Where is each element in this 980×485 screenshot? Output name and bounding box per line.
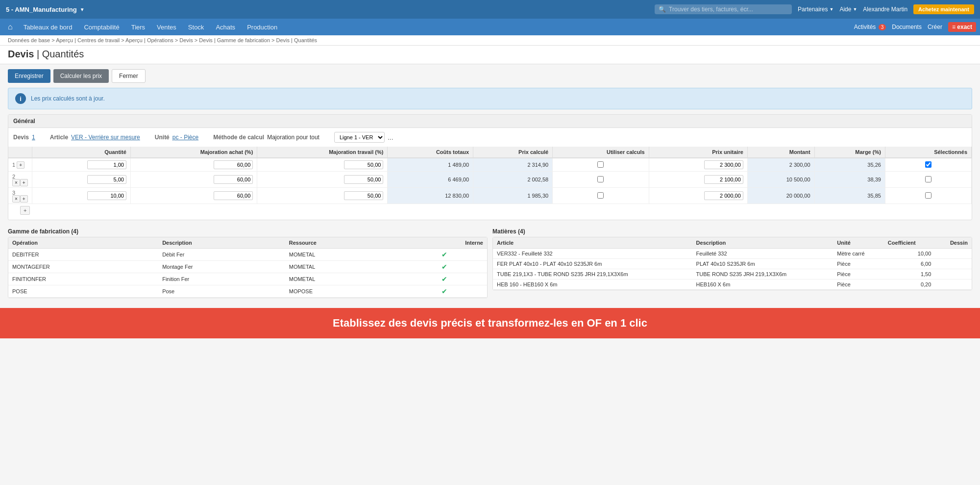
row-selected-0[interactable] <box>885 158 971 172</box>
gamme-row: MONTAGEFER Montage Fer MOMETAL ✔ <box>8 261 487 273</box>
gamme-interne-0: ✔ <box>402 249 487 261</box>
row-maj-travail-1[interactable] <box>257 172 388 188</box>
row-maj-achat-2[interactable] <box>130 188 257 204</box>
gamme-description-0: Débit Fer <box>158 249 285 261</box>
devis-value[interactable]: 1 <box>32 134 35 141</box>
nav-comptabilite[interactable]: Comptabilité <box>79 21 124 34</box>
add-row-icon-0[interactable]: + <box>17 161 24 169</box>
matieres-row: HEB 160 - HEB160 X 6m HEB160 X 6m Pièce … <box>493 280 972 290</box>
ligne-select[interactable]: Ligne 1 - VER <box>334 132 385 143</box>
row-maj-achat-1[interactable] <box>130 172 257 188</box>
create-link[interactable]: Créer <box>928 24 942 30</box>
row-num-0: 1 + <box>8 158 32 172</box>
row-prix-unit-2[interactable] <box>649 188 747 204</box>
activities-link[interactable]: Activités 3 <box>854 24 886 30</box>
global-search[interactable]: 🔍 <box>655 4 792 14</box>
nav-tableaux[interactable]: Tableaux de bord <box>19 21 77 34</box>
mat-unite-2: Pièce <box>833 269 884 280</box>
mat-col-description: Description <box>692 237 833 249</box>
row-maj-achat-0[interactable] <box>130 158 257 172</box>
row-quantite-1[interactable] <box>32 172 130 188</box>
nav-stock[interactable]: Stock <box>183 21 209 34</box>
input-maj-achat-0[interactable] <box>214 160 253 169</box>
gamme-operation-1: MONTAGEFER <box>8 261 158 273</box>
input-maj-travail-1[interactable] <box>344 175 383 184</box>
unite-value[interactable]: pc - Pièce <box>172 134 198 141</box>
add-row-button[interactable]: + <box>20 206 30 215</box>
mat-coefficient-1: 6,00 <box>884 259 935 269</box>
row-utiliser-0[interactable] <box>553 158 649 172</box>
row-prix-unit-1[interactable] <box>649 172 747 188</box>
input-prix-unit-2[interactable] <box>704 191 743 200</box>
row-prix-unit-0[interactable] <box>649 158 747 172</box>
checkbox-utiliser-0[interactable] <box>597 161 604 168</box>
matieres-table-header: Article Description Unité Coefficient De… <box>493 237 972 249</box>
app-title-group[interactable]: 5 - AMN_Manufacturing ▼ <box>6 6 85 13</box>
main-content: Enregistrer Calculer les prix Fermer i L… <box>0 64 980 308</box>
documents-link[interactable]: Documents <box>892 24 922 30</box>
nav-production[interactable]: Production <box>242 21 282 34</box>
home-icon[interactable]: ⌂ <box>4 23 17 31</box>
input-maj-travail-2[interactable] <box>344 191 383 200</box>
add-row-icon-1[interactable]: + <box>20 179 28 186</box>
matieres-table: Article Description Unité Coefficient De… <box>493 237 972 290</box>
partners-chevron: ▼ <box>829 7 833 12</box>
gamme-row: FINITIONFER Finition Fer MOMETAL ✔ <box>8 273 487 285</box>
info-icon: i <box>15 93 26 104</box>
row-maj-travail-0[interactable] <box>257 158 388 172</box>
remove-row-icon-1[interactable]: × <box>12 179 20 186</box>
qty-table-header: Quantité Majoration achat (%) Majoration… <box>8 147 972 158</box>
breadcrumb: Données de base > Aperçu | Centres de tr… <box>0 35 980 46</box>
checkbox-utiliser-2[interactable] <box>597 192 604 199</box>
search-icon: 🔍 <box>659 6 666 13</box>
mat-dessin-2 <box>935 269 972 280</box>
partners-dropdown[interactable]: Partenaires ▼ <box>798 6 833 13</box>
gamme-ressource-2: MOMETAL <box>285 273 402 285</box>
save-button[interactable]: Enregistrer <box>8 69 50 83</box>
calculate-button[interactable]: Calculer les prix <box>53 69 109 83</box>
menu-nav-right: Activités 3 Documents Créer ≡ exact <box>854 22 976 32</box>
nav-achats[interactable]: Achats <box>211 21 240 34</box>
search-input[interactable] <box>669 6 788 13</box>
checkbox-selected-1[interactable] <box>925 176 931 182</box>
adjust-button[interactable]: ... <box>388 133 393 141</box>
remove-row-icon-2[interactable]: × <box>12 195 20 203</box>
help-dropdown[interactable]: Aide ▼ <box>839 6 857 13</box>
qty-table-body: 1 + 1 489,00 2 314,90 2 300,00 35,26 <box>8 158 972 204</box>
checkbox-selected-0[interactable] <box>925 161 931 168</box>
input-maj-travail-0[interactable] <box>344 160 383 169</box>
input-quantite-0[interactable] <box>87 160 126 169</box>
row-selected-2[interactable] <box>885 188 971 204</box>
article-value[interactable]: VER - Verrière sur mesure <box>71 134 140 141</box>
mat-unite-1: Pièce <box>833 259 884 269</box>
input-prix-unit-1[interactable] <box>704 175 743 184</box>
devis-label: Devis <box>13 134 29 141</box>
input-quantite-2[interactable] <box>87 191 126 200</box>
buy-now-button[interactable]: Achetez maintenant <box>913 4 974 14</box>
row-utiliser-2[interactable] <box>553 188 649 204</box>
gamme-description-3: Pose <box>158 285 285 298</box>
add-row-icon-2[interactable]: + <box>20 195 28 203</box>
row-quantite-0[interactable] <box>32 158 130 172</box>
row-num-2: 3 ×+ <box>8 188 32 204</box>
input-quantite-1[interactable] <box>87 175 126 184</box>
toolbar: Enregistrer Calculer les prix Fermer <box>8 69 972 83</box>
table-row: 3 ×+ 12 830,00 1 985,30 20 000,00 35,85 <box>8 188 972 204</box>
row-quantite-2[interactable] <box>32 188 130 204</box>
input-prix-unit-0[interactable] <box>704 160 743 169</box>
close-button[interactable]: Fermer <box>112 69 146 83</box>
article-field: Article VER - Verrière sur mesure <box>50 134 140 141</box>
input-maj-achat-2[interactable] <box>214 191 253 200</box>
ligne-field: Ligne 1 - VER ... <box>334 132 393 143</box>
input-maj-achat-1[interactable] <box>214 175 253 184</box>
gamme-ressource-0: MOMETAL <box>285 249 402 261</box>
nav-tiers[interactable]: Tiers <box>126 21 150 34</box>
checkbox-selected-2[interactable] <box>925 192 931 199</box>
checkbox-utiliser-1[interactable] <box>597 176 604 182</box>
nav-ventes[interactable]: Ventes <box>152 21 181 34</box>
row-maj-travail-2[interactable] <box>257 188 388 204</box>
row-utiliser-1[interactable] <box>553 172 649 188</box>
row-selected-1[interactable] <box>885 172 971 188</box>
sort-icon[interactable]: ⇕▾ <box>963 51 972 58</box>
general-fields: Devis 1 Article VER - Verrière sur mesur… <box>8 128 972 147</box>
